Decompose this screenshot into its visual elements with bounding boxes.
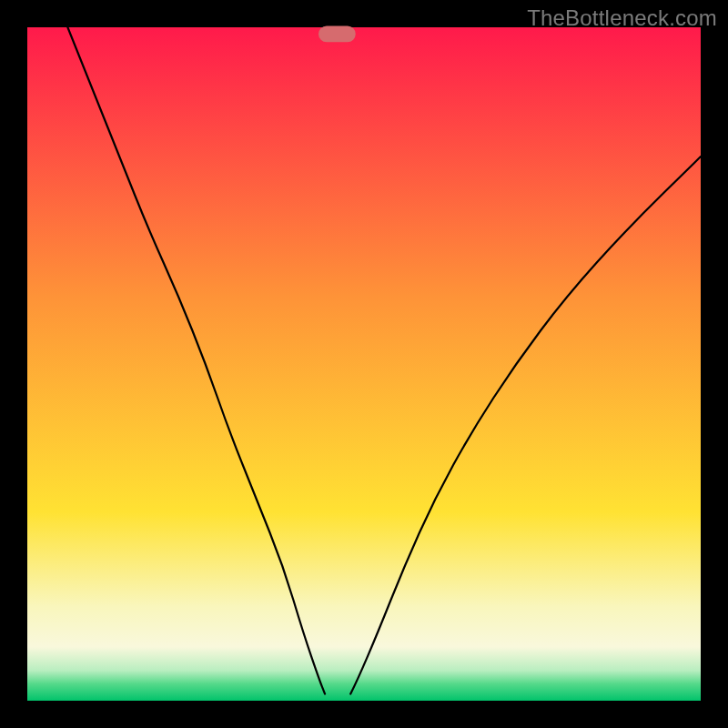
plot-background xyxy=(27,27,701,701)
chart-svg xyxy=(0,0,728,728)
watermark-text: TheBottleneck.com xyxy=(527,5,717,31)
bottleneck-chart: TheBottleneck.com xyxy=(0,0,728,728)
vertex-marker xyxy=(318,26,356,43)
